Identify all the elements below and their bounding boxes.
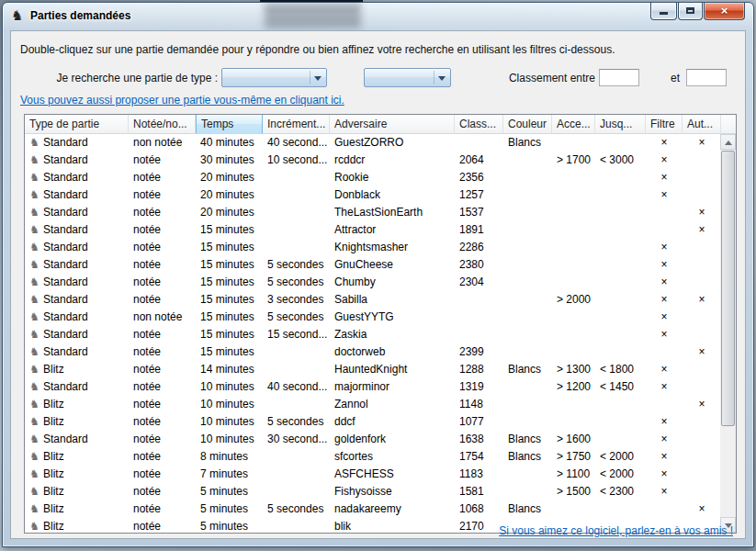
knight-icon: ♞ xyxy=(29,343,43,361)
table-row[interactable]: ♞Standardnon notée40 minutes40 second...… xyxy=(25,134,721,152)
cell-7 xyxy=(503,291,552,309)
cell-3: 15 minutes xyxy=(196,239,263,256)
propose-game-link[interactable]: Vous pouvez aussi proposer une partie vo… xyxy=(20,94,344,107)
cell-11 xyxy=(683,431,721,448)
knight-icon: ♞ xyxy=(29,413,43,431)
cell-9 xyxy=(595,186,646,204)
scrollbar-thumb[interactable] xyxy=(721,151,735,426)
cell-1: ♞Standard xyxy=(25,169,129,186)
table-row[interactable]: ♞Standardnotée15 minutesAttractor1891× xyxy=(25,221,721,239)
cell-3: 15 minutes xyxy=(196,291,263,309)
column-header-9[interactable]: Jusq... xyxy=(595,115,646,134)
scroll-up-button[interactable] xyxy=(720,134,736,150)
cell-5: ddcf xyxy=(330,413,455,431)
cell-10: × xyxy=(646,431,683,448)
table-row[interactable]: ♞Standardnotée15 minutesdoctorweb2399× xyxy=(25,343,721,361)
rating-min-input[interactable] xyxy=(599,69,639,86)
column-header-2[interactable]: Notée/no... xyxy=(129,115,196,134)
cell-5: majorminor xyxy=(330,378,455,396)
cell-6: 2356 xyxy=(455,169,503,186)
cell-6: 1068 xyxy=(455,500,503,518)
column-header-6[interactable]: Class... xyxy=(455,115,503,134)
cell-2: notée xyxy=(129,326,196,343)
table-row[interactable]: ♞Standardnon notée15 minutes5 secondesGu… xyxy=(25,309,721,326)
cell-1: ♞Standard xyxy=(25,221,129,239)
cell-4: 5 secondes xyxy=(263,274,330,291)
table-row[interactable]: ♞Blitznotée14 minutesHauntedKnight1288Bl… xyxy=(25,361,721,378)
cell-1: ♞Standard xyxy=(25,204,129,221)
table-row[interactable]: ♞Standardnotée15 minutes3 secondesSabill… xyxy=(25,291,721,309)
table-row[interactable]: ♞Standardnotée15 minutes5 secondesChumby… xyxy=(25,274,721,291)
cell-11: × xyxy=(683,291,721,309)
cell-9: < 2000 xyxy=(595,448,646,466)
cell-7: Blancs xyxy=(503,448,552,466)
title-bar[interactable]: ♞ Parties demandées × xyxy=(3,3,753,28)
column-header-10[interactable]: Filtre xyxy=(646,115,683,134)
cell-9: < 3000 xyxy=(595,152,646,169)
column-header-11[interactable]: Aut... xyxy=(683,115,721,134)
cell-4 xyxy=(263,169,330,186)
share-link[interactable]: Si vous aimez ce logiciel, parlez-en à v… xyxy=(499,524,733,537)
combo-separator xyxy=(310,71,310,84)
minimize-icon xyxy=(660,12,668,15)
table-row[interactable]: ♞Blitznotée10 minutesZannol1148× xyxy=(25,396,721,413)
cell-5: doctorweb xyxy=(330,343,455,361)
minimize-button[interactable] xyxy=(650,3,677,20)
cell-8 xyxy=(552,274,595,291)
table-row[interactable]: ♞Standardnotée10 minutes30 second...gold… xyxy=(25,431,721,448)
table-row[interactable]: ♞Blitznotée10 minutes5 secondesddcf1077× xyxy=(25,413,721,431)
cell-2: notée xyxy=(129,169,196,186)
cell-4 xyxy=(263,204,330,221)
knight-icon: ♞ xyxy=(29,291,43,309)
table-row[interactable]: ♞Standardnotée20 minutesTheLastSionEarth… xyxy=(25,204,721,221)
table-row[interactable]: ♞Standardnotée10 minutes40 second...majo… xyxy=(25,378,721,396)
cell-4 xyxy=(263,466,330,483)
table-row[interactable]: ♞Blitznotée5 minutes5 secondesnadakareem… xyxy=(25,500,721,518)
cell-1: ♞Blitz xyxy=(25,413,129,431)
cell-11 xyxy=(683,466,721,483)
table-row[interactable]: ♞Standardnotée30 minutes10 second...rcdd… xyxy=(25,152,721,169)
table-row[interactable]: ♞Standardnotée15 minutesKnightsmasher228… xyxy=(25,239,721,256)
game-type-text: Standard xyxy=(43,276,88,288)
cell-4 xyxy=(263,361,330,378)
game-type-select[interactable] xyxy=(221,68,327,87)
cell-1: ♞Standard xyxy=(25,152,129,169)
maximize-button[interactable] xyxy=(678,3,703,20)
cell-4 xyxy=(263,343,330,361)
table-row[interactable]: ♞Blitznotée7 minutesASFCHESS1183> 1100< … xyxy=(25,466,721,483)
cell-5: Zaskia xyxy=(330,326,455,343)
cell-7 xyxy=(503,309,552,326)
cell-1: ♞Standard xyxy=(25,291,129,309)
column-header-5[interactable]: Adversaire xyxy=(330,115,455,134)
cell-3: 5 minutes xyxy=(196,518,263,533)
column-header-3[interactable]: Temps xyxy=(196,115,263,134)
column-header-1[interactable]: Type de partie xyxy=(25,115,129,134)
column-header-4[interactable]: Incrément... xyxy=(263,115,330,134)
table-row[interactable]: ♞Standardnotée15 minutes15 second...Zask… xyxy=(25,326,721,343)
game-type-text: Standard xyxy=(43,380,88,393)
cell-6: 2170 xyxy=(455,518,503,533)
column-header-7[interactable]: Couleur xyxy=(503,115,552,134)
knight-icon: ♞ xyxy=(29,396,43,413)
table-row[interactable]: ♞Blitznotée5 minutesFishysoisse1581> 150… xyxy=(25,483,721,500)
table-row[interactable]: ♞Standardnotée15 minutes5 secondesGnuChe… xyxy=(25,256,721,274)
table-row[interactable]: ♞Standardnotée20 minutesRookie2356× xyxy=(25,169,721,186)
knight-icon: ♞ xyxy=(29,309,43,326)
knight-icon: ♞ xyxy=(29,204,43,221)
cell-6 xyxy=(455,291,503,309)
column-header-8[interactable]: Acce... xyxy=(552,115,595,134)
cell-10: × xyxy=(646,169,683,186)
cell-9 xyxy=(595,431,646,448)
rating-max-input[interactable] xyxy=(686,69,727,86)
game-type-text: Blitz xyxy=(43,467,64,480)
glass-reflection xyxy=(265,3,361,28)
cell-5: Rookie xyxy=(330,169,455,186)
cell-11 xyxy=(683,256,721,274)
table-row[interactable]: ♞Blitznotée8 minutessfcortes1754Blancs> … xyxy=(25,448,721,466)
game-subtype-select[interactable] xyxy=(364,68,451,87)
cell-9 xyxy=(595,291,646,309)
table-row[interactable]: ♞Standardnotée20 minutesDonblack1257× xyxy=(25,186,721,204)
close-button[interactable]: × xyxy=(704,3,745,20)
cell-5: goldenfork xyxy=(330,431,455,448)
vertical-scrollbar[interactable] xyxy=(720,134,736,533)
